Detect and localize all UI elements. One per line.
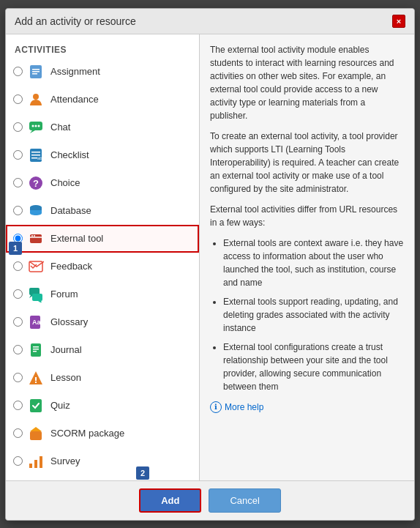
journal-label: Journal [50, 344, 82, 355]
survey-icon [27, 453, 45, 470]
externaltool-label: External tool [50, 233, 103, 244]
info-icon: ℹ [210, 401, 222, 413]
scorm-label: SCORM package [50, 428, 124, 439]
description-bullets: External tools are context aware i.e. th… [223, 237, 404, 393]
bullet-item: External tool configurations create a tr… [223, 341, 404, 393]
externaltool-icon [27, 230, 45, 248]
svg-point-8 [35, 124, 37, 127]
svg-rect-37 [30, 431, 42, 440]
badge-2: 2 [136, 466, 149, 480]
activity-item-lesson[interactable]: Lesson [6, 364, 199, 392]
activity-item-checklist[interactable]: abcChecklist [6, 141, 199, 169]
svg-marker-38 [30, 427, 42, 431]
attendance-label: Attendance [50, 94, 99, 105]
radio-chat[interactable] [13, 122, 23, 132]
forum-label: Forum [50, 289, 78, 300]
radio-forum[interactable] [13, 289, 23, 299]
badge-1: 1 [9, 242, 22, 255]
modal-body: ACTIVITIES AssignmentAttendanceChatabcCh… [6, 34, 414, 480]
svg-rect-29 [31, 343, 41, 357]
checklist-label: Checklist [50, 149, 89, 160]
cancel-button[interactable]: Cancel [209, 488, 280, 513]
radio-scorm[interactable] [13, 428, 23, 438]
activity-item-journal[interactable]: Journal [6, 336, 199, 364]
activities-section-title: ACTIVITIES [6, 40, 199, 58]
svg-point-21 [34, 235, 35, 237]
radio-quiz[interactable] [13, 401, 23, 410]
svg-rect-13 [31, 157, 37, 159]
quiz-label: Quiz [50, 400, 70, 411]
close-button[interactable]: × [392, 15, 405, 28]
svg-rect-11 [31, 152, 40, 153]
radio-database[interactable] [13, 206, 23, 215]
activities-panel: ACTIVITIES AssignmentAttendanceChatabcCh… [6, 34, 200, 480]
radio-journal[interactable] [13, 345, 23, 354]
chat-label: Chat [50, 122, 70, 133]
activity-item-externaltool[interactable]: External tool [6, 225, 199, 253]
activity-item-survey[interactable]: Survey [6, 447, 199, 475]
checklist-icon: abc [27, 146, 45, 164]
svg-point-4 [33, 94, 39, 100]
activity-item-wiki[interactable]: WWiki [6, 475, 199, 480]
activity-item-glossary[interactable]: AaGlossary [6, 308, 199, 336]
svg-text:?: ? [33, 178, 39, 189]
activity-item-attendance[interactable]: Attendance [6, 86, 199, 114]
glossary-icon: Aa [27, 313, 45, 331]
svg-rect-25 [32, 294, 42, 301]
svg-rect-36 [30, 399, 42, 412]
description-para2: To create an external tool activity, a t… [210, 130, 404, 196]
radio-choice[interactable] [13, 178, 23, 187]
svg-rect-1 [32, 69, 40, 70]
modal-header: Add an activity or resource × [6, 9, 414, 34]
svg-rect-31 [33, 349, 39, 350]
activity-item-feedback[interactable]: Feedback [6, 253, 199, 280]
svg-rect-41 [40, 456, 42, 468]
radio-assignment[interactable] [13, 67, 23, 76]
database-icon [27, 202, 45, 220]
assignment-icon [27, 63, 45, 81]
activity-item-scorm[interactable]: SCORM package [6, 420, 199, 447]
survey-label: Survey [50, 456, 80, 466]
radio-survey[interactable] [13, 456, 23, 466]
svg-marker-6 [30, 130, 35, 133]
activity-item-chat[interactable]: Chat [6, 114, 199, 141]
choice-icon: ? [27, 174, 45, 192]
svg-rect-3 [32, 73, 37, 75]
svg-text:abc: abc [37, 156, 44, 160]
radio-glossary[interactable] [13, 317, 23, 327]
description-panel: The external tool activity module enable… [200, 34, 414, 480]
activity-item-database[interactable]: Database [6, 197, 199, 225]
svg-point-7 [32, 124, 34, 127]
activity-item-quiz[interactable]: Quiz [6, 392, 199, 420]
radio-lesson[interactable] [13, 373, 23, 382]
svg-rect-39 [29, 464, 32, 468]
bullet-item: External tools are context aware i.e. th… [223, 237, 404, 289]
activity-item-assignment[interactable]: Assignment [6, 58, 199, 86]
description-para3: External tool activities differ from URL… [210, 203, 404, 229]
description-para1: The external tool activity module enable… [210, 43, 404, 122]
assignment-label: Assignment [50, 66, 100, 77]
chat-icon [27, 119, 45, 136]
choice-label: Choice [50, 177, 80, 188]
svg-rect-35 [35, 382, 37, 383]
database-label: Database [50, 205, 91, 216]
modal-title: Add an activity or resource [15, 15, 136, 27]
forum-icon [27, 286, 45, 303]
add-button[interactable]: Add [139, 488, 201, 513]
journal-icon [27, 341, 45, 359]
radio-checklist[interactable] [13, 150, 23, 160]
activity-item-choice[interactable]: ?Choice [6, 169, 199, 197]
svg-marker-26 [38, 301, 42, 302]
quiz-icon [27, 397, 45, 414]
svg-rect-30 [33, 346, 39, 348]
bullet-item: External tools support reading, updating… [223, 295, 404, 335]
attendance-icon [27, 91, 45, 108]
feedback-icon [27, 258, 45, 275]
radio-feedback[interactable] [13, 261, 23, 271]
radio-attendance[interactable] [13, 94, 23, 104]
svg-rect-40 [34, 460, 37, 468]
more-help-link[interactable]: ℹ More help [210, 401, 404, 414]
activity-item-forum[interactable]: Forum [6, 280, 199, 308]
svg-point-20 [31, 235, 33, 237]
svg-rect-34 [35, 377, 37, 381]
